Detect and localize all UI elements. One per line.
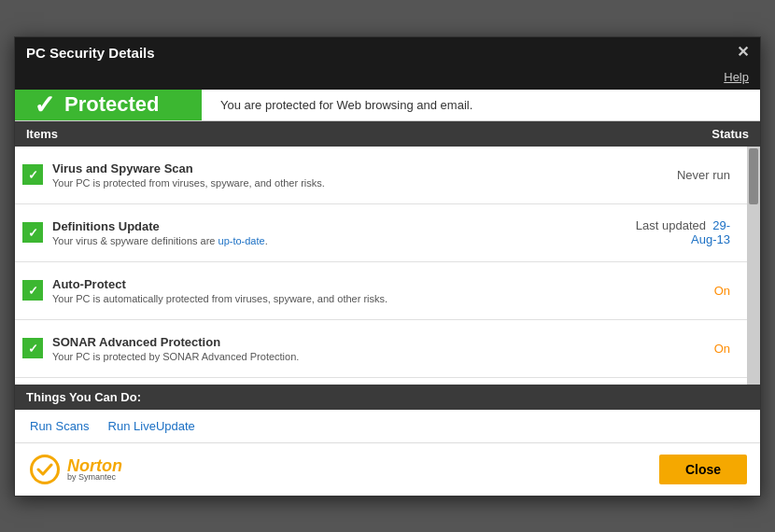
item-content-1: Virus and Spyware Scan Your PC is protec… bbox=[52, 161, 618, 189]
title-bar-left: PC Security Details bbox=[26, 45, 155, 61]
item-content-4: SONAR Advanced Protection Your PC is pro… bbox=[52, 335, 618, 362]
item-content-3: Auto-Protect Your PC is automatically pr… bbox=[52, 277, 618, 304]
item-title-3: Auto-Protect bbox=[52, 277, 618, 291]
things-header: Things You Can Do: bbox=[15, 385, 760, 410]
title-bar: PC Security Details ✕ bbox=[15, 37, 760, 68]
table-row: ✓ Smart Firewall On bbox=[15, 378, 760, 385]
things-body: Run Scans Run LiveUpdate bbox=[15, 410, 760, 443]
item-desc-4: Your PC is protected by SONAR Advanced P… bbox=[52, 351, 618, 362]
item-title-1: Virus and Spyware Scan bbox=[52, 161, 618, 175]
item-title-4: SONAR Advanced Protection bbox=[52, 335, 618, 349]
run-liveupdate-link[interactable]: Run LiveUpdate bbox=[108, 419, 195, 433]
footer: Norton by Symantec Close bbox=[15, 443, 760, 496]
item-status-3: On bbox=[618, 284, 749, 298]
scrollbar[interactable] bbox=[747, 147, 760, 385]
run-scans-link[interactable]: Run Scans bbox=[30, 419, 90, 433]
item-checkbox-1: ✓ bbox=[22, 164, 43, 185]
item-status-2: Last updated 29-Aug-13 bbox=[618, 218, 749, 246]
item-status-1: Never run bbox=[618, 168, 749, 182]
item-desc-2: Your virus & spyware definitions are up-… bbox=[52, 235, 618, 246]
status-description: You are protected for Web browsing and e… bbox=[202, 90, 491, 120]
dialog-title: PC Security Details bbox=[26, 45, 155, 61]
table-row: ✓ SONAR Advanced Protection Your PC is p… bbox=[15, 320, 760, 378]
item-desc-1: Your PC is protected from viruses, spywa… bbox=[52, 177, 618, 189]
pc-security-dialog: PC Security Details ✕ Help ✓ Protected Y… bbox=[14, 36, 761, 497]
norton-icon bbox=[28, 453, 62, 486]
menu-bar: Help bbox=[15, 68, 760, 90]
table-row: ✓ Virus and Spyware Scan Your PC is prot… bbox=[15, 147, 760, 204]
item-status-4: On bbox=[618, 342, 749, 356]
svg-point-1 bbox=[33, 457, 57, 482]
help-link[interactable]: Help bbox=[724, 70, 749, 84]
close-x-button[interactable]: ✕ bbox=[737, 45, 749, 60]
item-checkbox-2: ✓ bbox=[22, 222, 43, 243]
status-label: Protected bbox=[64, 92, 159, 117]
table-row: ✓ Auto-Protect Your PC is automatically … bbox=[15, 262, 760, 320]
norton-sub-text: by Symantec bbox=[67, 472, 122, 482]
close-button[interactable]: Close bbox=[659, 455, 747, 484]
status-checkmark: ✓ bbox=[34, 90, 55, 120]
item-desc-3: Your PC is automatically protected from … bbox=[52, 293, 618, 304]
status-banner: ✓ Protected You are protected for Web br… bbox=[15, 90, 760, 121]
status-green-box: ✓ Protected bbox=[15, 90, 202, 120]
item-title-2: Definitions Update bbox=[52, 219, 618, 233]
norton-name-block: Norton by Symantec bbox=[67, 456, 122, 482]
item-content-2: Definitions Update Your virus & spyware … bbox=[52, 219, 618, 246]
norton-logo: Norton by Symantec bbox=[28, 453, 122, 486]
table-body: ✓ Virus and Spyware Scan Your PC is prot… bbox=[15, 147, 760, 385]
status-column-header: Status bbox=[712, 127, 749, 141]
scrollbar-thumb[interactable] bbox=[749, 148, 758, 204]
item-checkbox-4: ✓ bbox=[22, 338, 43, 358]
table-header: Items Status bbox=[15, 121, 760, 147]
items-column-header: Items bbox=[26, 127, 58, 141]
item-checkbox-3: ✓ bbox=[22, 280, 43, 301]
table-row: ✓ Definitions Update Your virus & spywar… bbox=[15, 204, 760, 262]
